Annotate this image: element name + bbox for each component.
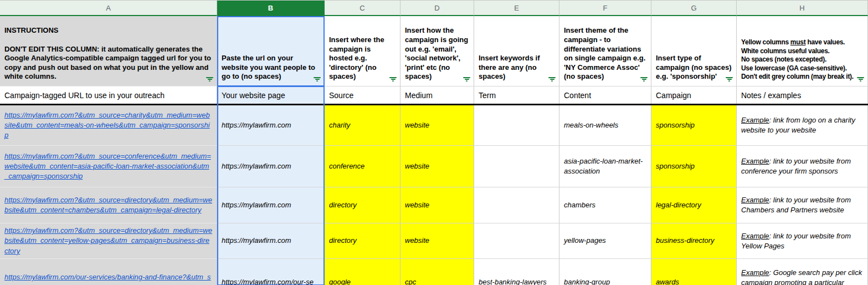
notes-cell[interactable]: Example: link to your website from Yello…	[737, 223, 868, 259]
instruction-line: Don't edit grey column (may break it).	[741, 73, 854, 82]
page-cell[interactable]: https://mylawfirm.com	[217, 223, 325, 259]
source-cell[interactable]: charity	[325, 105, 400, 146]
instructions-cell-a[interactable]: INSTRUCTIONS DON'T EDIT THIS COLUMN: it …	[0, 16, 217, 86]
medium-cell[interactable]: website	[400, 187, 474, 223]
campaign-cell[interactable]: sponsorship	[651, 146, 737, 187]
filter-icon[interactable]	[725, 77, 733, 82]
column-header-g[interactable]: G	[651, 1, 737, 16]
instructions-cell-d[interactable]: Insert how the campaign is going out e.g…	[400, 16, 474, 86]
content-cell[interactable]: asia-pacific-loan-market-association	[559, 146, 651, 187]
column-header-f[interactable]: F	[559, 1, 651, 16]
instruction-line: No spaces (notes excepted).	[741, 55, 826, 64]
filter-icon[interactable]	[548, 77, 556, 82]
filter-icon[interactable]	[856, 77, 865, 82]
field-header-term[interactable]: Term	[474, 86, 559, 104]
instructions-cell-g[interactable]: Insert type of campaign (no spaces) e.g.…	[651, 16, 737, 86]
instructions-cell-f[interactable]: Insert theme of the campaign - to differ…	[559, 16, 651, 86]
column-header-a[interactable]: A	[0, 1, 217, 16]
campaign-url-link[interactable]: https://mylawfirm.com?&utm_source=direct…	[4, 195, 212, 215]
field-header-campaign[interactable]: Campaign	[651, 86, 737, 104]
filter-icon[interactable]	[206, 77, 214, 82]
term-cell[interactable]	[474, 223, 559, 259]
url-cell[interactable]: https://mylawfirm.com?&utm_source=direct…	[0, 223, 217, 259]
campaign-cell[interactable]: awards	[651, 259, 737, 285]
column-letter: B	[268, 4, 273, 12]
field-header-text: Notes / examples	[741, 91, 801, 100]
notes-cell[interactable]: Example: link to your website from confe…	[737, 146, 868, 187]
source-cell[interactable]: google	[325, 259, 400, 285]
instructions-cell-c[interactable]: Insert where the campaign is hosted e.g.…	[325, 16, 400, 86]
column-header-e[interactable]: E	[474, 1, 559, 16]
medium-cell[interactable]: website	[400, 146, 474, 187]
filter-icon[interactable]	[463, 77, 471, 82]
campaign-url-link[interactable]: https://mylawfirm.com?&utm_source=charit…	[4, 110, 212, 141]
source-cell[interactable]: conference	[325, 146, 400, 187]
notes-cell[interactable]: Example: link to your website from Chamb…	[737, 187, 868, 223]
instruction-text: Insert type of campaign (no spaces) e.g.…	[656, 54, 732, 82]
note-text: Example: link from logo on a charity web…	[741, 115, 863, 135]
campaign-url-link[interactable]: https://mylawfirm.com?&utm_source=confer…	[4, 151, 212, 182]
url-cell[interactable]: https://mylawfirm.com?&utm_source=direct…	[0, 187, 217, 223]
url-cell[interactable]: https://mylawfirm.com/our-services/banki…	[0, 259, 217, 285]
term-cell[interactable]: best-banking-lawyers	[474, 259, 559, 285]
filter-icon[interactable]	[640, 77, 648, 82]
column-header-b-selected[interactable]: B	[217, 1, 325, 16]
field-header-page[interactable]: Your website page	[217, 86, 325, 104]
instructions-cell-h[interactable]: Yellow columns must have values. White c…	[737, 16, 868, 86]
field-header-text: Your website page	[222, 91, 285, 100]
content-cell[interactable]: meals-on-wheels	[559, 105, 651, 146]
url-cell[interactable]: https://mylawfirm.com?&utm_source=charit…	[0, 105, 217, 146]
note-text: Example: link to your website from confe…	[741, 156, 863, 176]
column-letter: G	[691, 4, 696, 12]
field-header-text: Term	[479, 91, 496, 100]
campaign-cell[interactable]: sponsorship	[651, 105, 737, 146]
note-text: Example: link to your website from Chamb…	[741, 195, 863, 215]
page-cell[interactable]: https://mylawfirm.com	[217, 105, 325, 146]
field-header-text: Content	[564, 91, 591, 100]
instructions-cell-b[interactable]: Paste the url on your website you want p…	[217, 16, 325, 86]
instruction-text: Insert keywords if there are any (no spa…	[479, 54, 554, 82]
instruction-line: Yellow columns must have values.	[741, 38, 845, 47]
page-cell[interactable]: https://mylawfirm.com/our-se	[217, 259, 325, 285]
term-cell[interactable]	[474, 105, 559, 146]
medium-cell[interactable]: website	[400, 223, 474, 259]
source-cell[interactable]: directory	[325, 223, 400, 259]
column-header-c[interactable]: C	[325, 1, 400, 16]
term-cell[interactable]	[474, 146, 559, 187]
field-header-notes[interactable]: Notes / examples	[737, 86, 868, 104]
campaign-cell[interactable]: legal-directory	[651, 187, 737, 223]
instructions-cell-e[interactable]: Insert keywords if there are any (no spa…	[474, 16, 559, 86]
filter-icon[interactable]	[389, 77, 397, 82]
field-header-content[interactable]: Content	[559, 86, 651, 104]
page-cell[interactable]: https://mylawfirm.com	[217, 187, 325, 223]
field-header-text: Medium	[405, 91, 433, 100]
page-cell[interactable]: https://mylawfirm.com	[217, 146, 325, 187]
column-letter: F	[603, 4, 608, 12]
term-cell[interactable]	[474, 187, 559, 223]
campaign-cell[interactable]: business-directory	[651, 223, 737, 259]
medium-cell[interactable]: website	[400, 105, 474, 146]
spreadsheet: A B C D E F G H INSTRUCTIONS DON'T EDIT …	[0, 0, 868, 285]
instruction-text: Insert where the campaign is hosted e.g.…	[329, 35, 396, 82]
field-header-source[interactable]: Source	[325, 86, 400, 104]
content-cell[interactable]: chambers	[559, 187, 651, 223]
column-header-d[interactable]: D	[400, 1, 474, 16]
note-text: Example: link to your website from Yello…	[741, 231, 863, 251]
column-header-h[interactable]: H	[737, 1, 868, 16]
medium-cell[interactable]: cpc	[400, 259, 474, 285]
instruction-text: Insert how the campaign is going out e.g…	[405, 26, 469, 82]
field-header-url[interactable]: Campaign-tagged URL to use in your outre…	[0, 86, 217, 104]
notes-cell[interactable]: Example: Google search pay per click cam…	[737, 259, 868, 285]
campaign-url-link[interactable]: https://mylawfirm.com/our-services/banki…	[4, 272, 212, 285]
content-cell[interactable]: yellow-pages	[559, 223, 651, 259]
source-cell[interactable]: directory	[325, 187, 400, 223]
notes-cell[interactable]: Example: link from logo on a charity web…	[737, 105, 868, 146]
column-letter: D	[434, 4, 439, 12]
url-cell[interactable]: https://mylawfirm.com?&utm_source=confer…	[0, 146, 217, 187]
content-cell[interactable]: banking-group	[559, 259, 651, 285]
instruction-text: INSTRUCTIONS DON'T EDIT THIS COLUMN: it …	[4, 26, 212, 82]
filter-icon[interactable]	[313, 77, 321, 82]
note-text: Example: Google search pay per click cam…	[741, 268, 863, 285]
field-header-medium[interactable]: Medium	[400, 86, 474, 104]
campaign-url-link[interactable]: https://mylawfirm.com?&utm_source=direct…	[4, 226, 212, 256]
